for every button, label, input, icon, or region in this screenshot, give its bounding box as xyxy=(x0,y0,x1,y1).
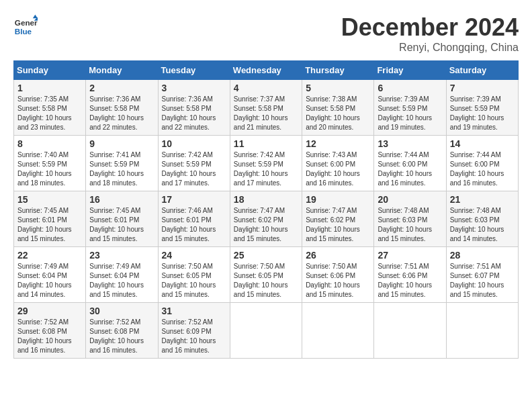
day-info: Sunrise: 7:51 AMSunset: 6:06 PMDaylight:… xyxy=(378,262,442,300)
day-info: Sunrise: 7:35 AMSunset: 5:58 PMDaylight:… xyxy=(17,95,82,132)
table-row: 13Sunrise: 7:44 AMSunset: 6:00 PMDayligh… xyxy=(374,136,446,191)
day-info: Sunrise: 7:42 AMSunset: 5:59 PMDaylight:… xyxy=(162,150,226,188)
day-info: Sunrise: 7:41 AMSunset: 5:59 PMDaylight:… xyxy=(89,150,154,188)
day-info: Sunrise: 7:50 AMSunset: 6:05 PMDaylight:… xyxy=(162,262,226,300)
table-row: 21Sunrise: 7:48 AMSunset: 6:03 PMDayligh… xyxy=(446,191,518,247)
day-number: 8 xyxy=(17,138,82,149)
day-info: Sunrise: 7:52 AMSunset: 6:09 PMDaylight:… xyxy=(162,318,226,355)
svg-marker-2 xyxy=(33,15,38,18)
day-info: Sunrise: 7:44 AMSunset: 6:00 PMDaylight:… xyxy=(378,150,442,188)
day-number: 27 xyxy=(378,250,442,261)
table-row: 31Sunrise: 7:52 AMSunset: 6:09 PMDayligh… xyxy=(158,303,230,359)
table-row xyxy=(302,303,374,359)
table-row: 19Sunrise: 7:47 AMSunset: 6:02 PMDayligh… xyxy=(302,191,374,247)
table-row: 24Sunrise: 7:50 AMSunset: 6:05 PMDayligh… xyxy=(158,247,230,303)
header-friday: Friday xyxy=(374,61,446,80)
day-number: 17 xyxy=(162,194,226,205)
day-info: Sunrise: 7:49 AMSunset: 6:04 PMDaylight:… xyxy=(89,262,154,300)
table-row: 18Sunrise: 7:47 AMSunset: 6:02 PMDayligh… xyxy=(230,191,302,247)
table-row: 25Sunrise: 7:50 AMSunset: 6:05 PMDayligh… xyxy=(230,247,302,303)
header-row: Sunday Monday Tuesday Wednesday Thursday… xyxy=(14,61,519,80)
day-number: 25 xyxy=(234,250,298,261)
day-number: 1 xyxy=(17,83,82,93)
table-row: 26Sunrise: 7:50 AMSunset: 6:06 PMDayligh… xyxy=(302,247,374,303)
table-row: 16Sunrise: 7:45 AMSunset: 6:01 PMDayligh… xyxy=(86,191,158,247)
table-row: 11Sunrise: 7:42 AMSunset: 5:59 PMDayligh… xyxy=(230,136,302,191)
day-info: Sunrise: 7:48 AMSunset: 6:03 PMDaylight:… xyxy=(450,206,515,244)
header: General Blue December 2024 Renyi, Chongq… xyxy=(13,13,519,54)
table-row: 2Sunrise: 7:36 AMSunset: 5:58 PMDaylight… xyxy=(86,80,158,136)
svg-text:General: General xyxy=(15,18,38,27)
logo-icon: General Blue xyxy=(13,13,38,38)
header-saturday: Saturday xyxy=(446,61,518,80)
table-row: 14Sunrise: 7:44 AMSunset: 6:00 PMDayligh… xyxy=(446,136,518,191)
day-number: 9 xyxy=(89,138,154,149)
calendar-week-0: 1Sunrise: 7:35 AMSunset: 5:58 PMDaylight… xyxy=(14,80,519,136)
title-block: December 2024 Renyi, Chongqing, China xyxy=(341,13,519,54)
day-number: 2 xyxy=(89,83,154,93)
day-number: 24 xyxy=(162,250,226,261)
day-number: 26 xyxy=(306,250,370,261)
day-number: 10 xyxy=(162,138,226,149)
table-row xyxy=(374,303,446,359)
day-number: 13 xyxy=(378,138,442,149)
day-number: 31 xyxy=(162,306,226,316)
day-info: Sunrise: 7:38 AMSunset: 5:58 PMDaylight:… xyxy=(306,95,370,132)
day-info: Sunrise: 7:52 AMSunset: 6:08 PMDaylight:… xyxy=(17,318,82,355)
table-row xyxy=(230,303,302,359)
day-info: Sunrise: 7:49 AMSunset: 6:04 PMDaylight:… xyxy=(17,262,82,300)
calendar-subtitle: Renyi, Chongqing, China xyxy=(341,42,519,54)
day-number: 12 xyxy=(306,138,370,149)
day-info: Sunrise: 7:36 AMSunset: 5:58 PMDaylight:… xyxy=(162,95,226,132)
day-number: 4 xyxy=(234,83,298,93)
header-wednesday: Wednesday xyxy=(230,61,302,80)
table-row: 10Sunrise: 7:42 AMSunset: 5:59 PMDayligh… xyxy=(158,136,230,191)
day-number: 3 xyxy=(162,83,226,93)
table-row: 1Sunrise: 7:35 AMSunset: 5:58 PMDaylight… xyxy=(14,80,86,136)
header-monday: Monday xyxy=(86,61,158,80)
table-row: 3Sunrise: 7:36 AMSunset: 5:58 PMDaylight… xyxy=(158,80,230,136)
day-number: 7 xyxy=(450,83,515,93)
day-number: 21 xyxy=(450,194,515,205)
day-number: 19 xyxy=(306,194,370,205)
table-row xyxy=(446,303,518,359)
calendar-table: Sunday Monday Tuesday Wednesday Thursday… xyxy=(13,60,519,359)
day-info: Sunrise: 7:43 AMSunset: 6:00 PMDaylight:… xyxy=(306,150,370,188)
day-info: Sunrise: 7:47 AMSunset: 6:02 PMDaylight:… xyxy=(234,206,298,244)
day-info: Sunrise: 7:45 AMSunset: 6:01 PMDaylight:… xyxy=(17,206,82,244)
calendar-week-3: 22Sunrise: 7:49 AMSunset: 6:04 PMDayligh… xyxy=(14,247,519,303)
day-info: Sunrise: 7:50 AMSunset: 6:05 PMDaylight:… xyxy=(234,262,298,300)
day-info: Sunrise: 7:42 AMSunset: 5:59 PMDaylight:… xyxy=(234,150,298,188)
header-thursday: Thursday xyxy=(302,61,374,80)
day-number: 30 xyxy=(89,306,154,316)
table-row: 17Sunrise: 7:46 AMSunset: 6:01 PMDayligh… xyxy=(158,191,230,247)
table-row: 15Sunrise: 7:45 AMSunset: 6:01 PMDayligh… xyxy=(14,191,86,247)
calendar-week-1: 8Sunrise: 7:40 AMSunset: 5:59 PMDaylight… xyxy=(14,136,519,191)
day-info: Sunrise: 7:44 AMSunset: 6:00 PMDaylight:… xyxy=(450,150,515,188)
table-row: 22Sunrise: 7:49 AMSunset: 6:04 PMDayligh… xyxy=(14,247,86,303)
header-sunday: Sunday xyxy=(14,61,86,80)
calendar-week-2: 15Sunrise: 7:45 AMSunset: 6:01 PMDayligh… xyxy=(14,191,519,247)
calendar-week-4: 29Sunrise: 7:52 AMSunset: 6:08 PMDayligh… xyxy=(14,303,519,359)
day-info: Sunrise: 7:50 AMSunset: 6:06 PMDaylight:… xyxy=(306,262,370,300)
day-number: 6 xyxy=(378,83,442,93)
table-row: 30Sunrise: 7:52 AMSunset: 6:08 PMDayligh… xyxy=(86,303,158,359)
table-row: 28Sunrise: 7:51 AMSunset: 6:07 PMDayligh… xyxy=(446,247,518,303)
day-number: 29 xyxy=(17,306,82,316)
day-info: Sunrise: 7:47 AMSunset: 6:02 PMDaylight:… xyxy=(306,206,370,244)
table-row: 9Sunrise: 7:41 AMSunset: 5:59 PMDaylight… xyxy=(86,136,158,191)
day-info: Sunrise: 7:45 AMSunset: 6:01 PMDaylight:… xyxy=(89,206,154,244)
day-info: Sunrise: 7:51 AMSunset: 6:07 PMDaylight:… xyxy=(450,262,515,300)
day-info: Sunrise: 7:39 AMSunset: 5:59 PMDaylight:… xyxy=(378,95,442,132)
day-number: 22 xyxy=(17,250,82,261)
table-row: 12Sunrise: 7:43 AMSunset: 6:00 PMDayligh… xyxy=(302,136,374,191)
table-row: 29Sunrise: 7:52 AMSunset: 6:08 PMDayligh… xyxy=(14,303,86,359)
logo: General Blue xyxy=(13,13,38,38)
day-number: 20 xyxy=(378,194,442,205)
table-row: 23Sunrise: 7:49 AMSunset: 6:04 PMDayligh… xyxy=(86,247,158,303)
table-row: 8Sunrise: 7:40 AMSunset: 5:59 PMDaylight… xyxy=(14,136,86,191)
table-row: 6Sunrise: 7:39 AMSunset: 5:59 PMDaylight… xyxy=(374,80,446,136)
table-row: 4Sunrise: 7:37 AMSunset: 5:58 PMDaylight… xyxy=(230,80,302,136)
day-number: 14 xyxy=(450,138,515,149)
day-number: 5 xyxy=(306,83,370,93)
